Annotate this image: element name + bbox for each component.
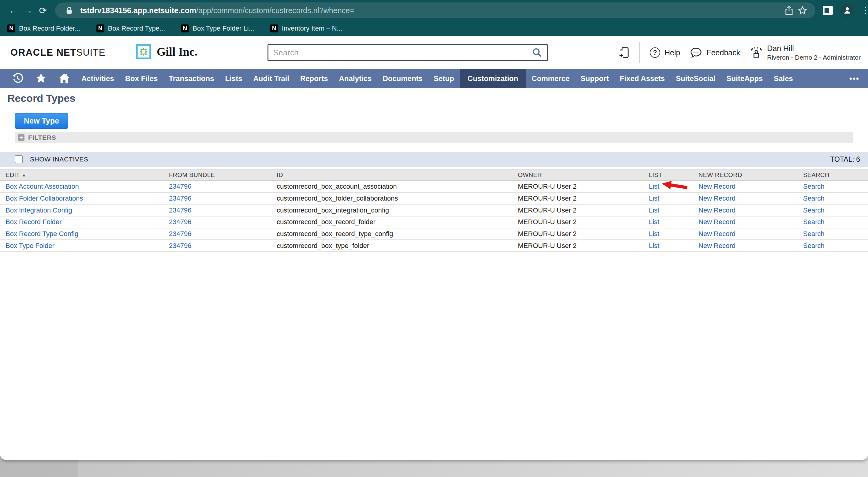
forward-icon[interactable]: → — [21, 3, 35, 18]
netsuite-favicon-icon: N — [181, 25, 189, 32]
list-link[interactable]: List — [649, 242, 659, 250]
column-header-edit[interactable]: EDIT▲ — [5, 172, 169, 178]
side-panel-icon[interactable] — [823, 6, 833, 15]
bookmark-star-icon[interactable] — [796, 6, 809, 15]
new-record-link[interactable]: New Record — [699, 206, 803, 214]
search-link[interactable]: Search — [803, 195, 868, 202]
record-edit-link[interactable]: Box Integration Config — [5, 206, 169, 214]
nav-item-audit-trail[interactable]: Audit Trail — [248, 69, 295, 88]
record-edit-link[interactable]: Box Type Folder — [5, 242, 169, 250]
column-header-list[interactable]: LIST — [649, 172, 699, 178]
lock-icon — [62, 6, 76, 14]
search-link[interactable]: Search — [803, 218, 868, 226]
bookmark-item[interactable]: NBox Record Type... — [96, 25, 165, 32]
nav-item-reports[interactable]: Reports — [295, 69, 334, 88]
new-record-link[interactable]: New Record — [699, 195, 803, 202]
new-record-link[interactable]: New Record — [699, 182, 803, 191]
url-text: tstdrv1834156.app.netsuite.com/app/commo… — [80, 6, 782, 15]
nav-item-activities[interactable]: Activities — [76, 69, 120, 88]
column-header-id[interactable]: ID — [277, 172, 518, 178]
bundle-link[interactable]: 234796 — [169, 182, 277, 191]
search-link[interactable]: Search — [803, 182, 868, 191]
page-content: Record Types New Type + FILTERS SHOW INA… — [0, 88, 868, 460]
record-edit-link[interactable]: Box Account Association — [5, 182, 169, 191]
table-row: Box Integration Config234796customrecord… — [0, 205, 868, 216]
record-id: customrecord_box_type_folder — [277, 242, 518, 250]
record-edit-link[interactable]: Box Record Folder — [5, 218, 169, 226]
nav-item-setup[interactable]: Setup — [428, 69, 460, 88]
nav-more-button[interactable]: ••• — [849, 69, 860, 88]
company-logo-icon — [136, 44, 151, 59]
share-icon[interactable] — [782, 6, 796, 15]
feedback-button[interactable]: Feedback — [690, 47, 740, 58]
nav-item-fixed-assets[interactable]: Fixed Assets — [614, 69, 670, 88]
new-record-link[interactable]: New Record — [699, 230, 803, 238]
nav-item-suiteapps[interactable]: SuiteApps — [721, 69, 769, 88]
list-link[interactable]: List — [649, 195, 659, 202]
nav-item-sales[interactable]: Sales — [768, 69, 799, 88]
recent-records-icon[interactable] — [6, 69, 29, 88]
bookmark-item[interactable]: NBox Record Folder... — [7, 25, 81, 32]
nav-item-analytics[interactable]: Analytics — [334, 69, 377, 88]
search-link[interactable]: Search — [803, 242, 868, 250]
list-link[interactable]: List — [649, 182, 659, 191]
nav-item-transactions[interactable]: Transactions — [163, 69, 219, 88]
list-link[interactable]: List — [649, 230, 659, 238]
bundle-link[interactable]: 234796 — [169, 206, 277, 214]
record-edit-link[interactable]: Box Folder Collaborations — [5, 195, 169, 202]
filters-bar[interactable]: + FILTERS — [15, 132, 853, 143]
shortcuts-star-icon[interactable] — [29, 69, 53, 88]
show-inactives-checkbox[interactable] — [15, 155, 23, 163]
new-record-link[interactable]: New Record — [699, 242, 803, 250]
record-owner: MEROUR-U User 2 — [518, 182, 649, 191]
bundle-link[interactable]: 234796 — [169, 218, 277, 226]
roles-icon — [750, 46, 763, 59]
quick-add-icon[interactable] — [619, 47, 629, 58]
help-button[interactable]: ? Help — [650, 47, 680, 58]
table-row: Box Record Folder234796customrecord_box_… — [0, 216, 868, 229]
column-header-new-record[interactable]: NEW RECORD — [699, 172, 803, 178]
bundle-link[interactable]: 234796 — [169, 230, 277, 238]
list-cell: List — [649, 195, 699, 202]
table-row: Box Folder Collaborations234796customrec… — [0, 193, 868, 205]
netsuite-favicon-icon: N — [7, 25, 15, 32]
nav-item-commerce[interactable]: Commerce — [526, 69, 575, 88]
global-search-input[interactable] — [273, 48, 532, 58]
nav-item-customization[interactable]: Customization — [460, 69, 526, 88]
nav-item-suitesocial[interactable]: SuiteSocial — [670, 69, 721, 88]
search-link[interactable]: Search — [803, 230, 868, 238]
search-link[interactable]: Search — [803, 206, 868, 214]
netsuite-favicon-icon: N — [270, 25, 278, 32]
address-bar[interactable]: tstdrv1834156.app.netsuite.com/app/commo… — [55, 2, 815, 18]
nav-item-box-files[interactable]: Box Files — [120, 69, 163, 88]
sort-ascending-icon: ▲ — [22, 172, 26, 177]
bundle-link[interactable]: 234796 — [169, 242, 277, 250]
browser-menu-icon[interactable]: ⋮ — [861, 6, 868, 15]
bookmark-item[interactable]: NBox Type Folder Li... — [181, 25, 254, 32]
nav-item-lists[interactable]: Lists — [219, 69, 248, 88]
new-record-link[interactable]: New Record — [699, 218, 803, 226]
column-header-from-bundle[interactable]: FROM BUNDLE — [169, 172, 277, 178]
list-link[interactable]: List — [649, 218, 659, 226]
user-menu[interactable]: Dan Hill Riveron - Demo 2 - Administrato… — [750, 44, 861, 62]
back-icon[interactable]: ← — [6, 3, 21, 18]
record-owner: MEROUR-U User 2 — [518, 242, 649, 250]
column-header-label: EDIT — [5, 172, 20, 178]
record-edit-link[interactable]: Box Record Type Config — [5, 230, 169, 238]
list-link[interactable]: List — [649, 206, 659, 214]
nav-item-support[interactable]: Support — [575, 69, 614, 88]
bookmarks-bar: NBox Record Folder...NBox Record Type...… — [0, 21, 868, 36]
nav-item-documents[interactable]: Documents — [377, 69, 428, 88]
reload-icon[interactable]: ⟳ — [35, 3, 50, 18]
bundle-link[interactable]: 234796 — [169, 195, 277, 202]
column-header-search[interactable]: SEARCH — [803, 172, 868, 178]
search-icon[interactable] — [532, 48, 542, 58]
home-icon[interactable] — [53, 69, 76, 88]
browser-profile-avatar[interactable] — [840, 4, 854, 17]
company-block: Gill Inc. — [136, 44, 197, 59]
record-owner: MEROUR-U User 2 — [518, 230, 649, 238]
bookmark-item[interactable]: NInventory Item – N... — [270, 25, 342, 32]
new-type-button[interactable]: New Type — [15, 113, 68, 129]
column-header-label: FROM BUNDLE — [169, 172, 215, 178]
column-header-owner[interactable]: OWNER — [518, 172, 649, 178]
